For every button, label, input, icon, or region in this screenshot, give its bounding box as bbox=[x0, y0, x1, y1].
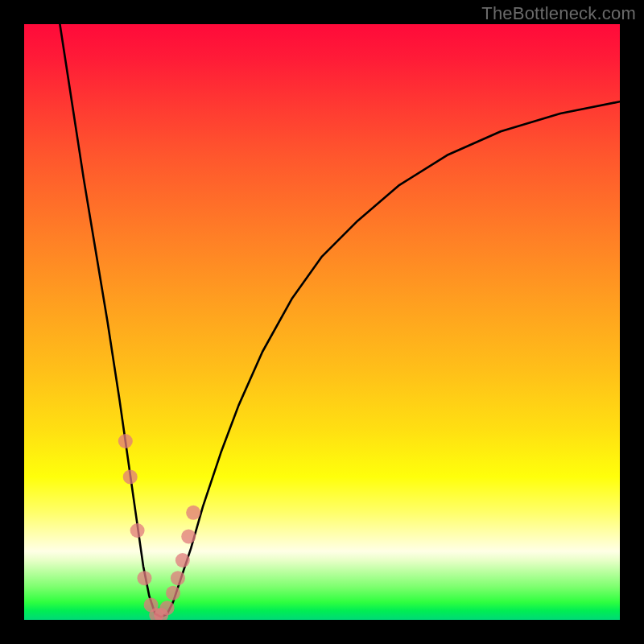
marker-dot bbox=[171, 571, 185, 585]
marker-dot bbox=[118, 434, 133, 448]
marker-dot bbox=[160, 601, 175, 615]
marker-dot bbox=[137, 571, 151, 585]
marker-dot bbox=[166, 586, 180, 601]
watermark-text: TheBottleneck.com bbox=[481, 3, 636, 24]
marker-dot bbox=[130, 523, 145, 538]
marker-dot bbox=[123, 469, 138, 484]
highlighted-points bbox=[118, 434, 200, 620]
marker-dot bbox=[181, 529, 196, 543]
outer-frame: TheBottleneck.com bbox=[0, 0, 644, 644]
marker-dot bbox=[175, 553, 190, 568]
marker-dot bbox=[186, 506, 200, 520]
curve-layer bbox=[24, 24, 620, 620]
plot-area bbox=[24, 24, 620, 620]
